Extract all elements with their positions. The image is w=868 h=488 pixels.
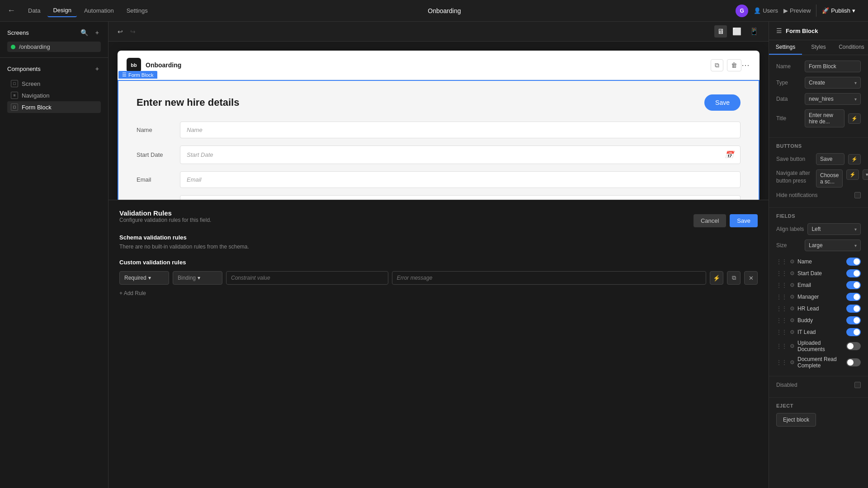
add-rule-button[interactable]: + Add Rule xyxy=(119,290,146,296)
drag-handle-manager[interactable]: ⋮⋮ xyxy=(776,294,787,300)
preview-button[interactable]: ▶ Preview xyxy=(783,7,811,14)
more-options-icon[interactable]: ⋯ xyxy=(741,60,750,70)
tab-styles[interactable]: Styles xyxy=(802,40,835,55)
save-btn-lightning-button[interactable]: ⚡ xyxy=(848,154,861,164)
field-input-name[interactable]: Name xyxy=(180,122,741,138)
toggle-startdate[interactable] xyxy=(846,269,861,277)
screen-comp-icon: □ xyxy=(11,80,18,87)
user-avatar: G xyxy=(736,5,748,17)
drag-handle-uploadeddocs[interactable]: ⋮⋮ xyxy=(776,343,787,349)
field-input-email[interactable]: Email xyxy=(180,171,741,188)
drag-handle-name[interactable]: ⋮⋮ xyxy=(776,258,787,265)
redo-button[interactable]: ↪ xyxy=(128,26,137,37)
navigate-lightning-button[interactable]: ⚡ xyxy=(846,169,859,180)
form-block-label: ☰ Form Block xyxy=(118,71,157,79)
gear-icon-itlead[interactable]: ⚙ xyxy=(790,329,795,335)
rule-binding-select[interactable]: Binding ▾ xyxy=(173,271,222,285)
validation-header-left: Validation Rules Configure validation ru… xyxy=(119,209,211,232)
delete-rule-button[interactable]: ✕ xyxy=(744,271,758,285)
users-button[interactable]: 👤 Users xyxy=(754,7,778,14)
hide-notif-checkbox[interactable] xyxy=(854,192,861,198)
component-item-screen[interactable]: □ Screen xyxy=(7,78,101,89)
cancel-button[interactable]: Cancel xyxy=(693,214,726,227)
field-row-startdate: ⋮⋮ ⚙ Start Date xyxy=(776,267,861,279)
lightning-rule-button[interactable]: ⚡ xyxy=(710,271,723,285)
title-value[interactable]: Enter new hire de... xyxy=(805,109,844,127)
rule-type-select[interactable]: Required ▾ xyxy=(119,271,169,285)
add-screen-button[interactable]: + xyxy=(94,27,101,38)
gear-icon-hrlead[interactable]: ⚙ xyxy=(790,305,795,312)
field-input-manager[interactable]: Manager xyxy=(180,195,741,200)
view-toggle: 🖥 ⬜ 📱 xyxy=(714,25,761,38)
data-select[interactable]: new_hires ▾ xyxy=(805,93,861,105)
drag-handle-email[interactable]: ⋮⋮ xyxy=(776,282,787,288)
toggle-itlead[interactable] xyxy=(846,328,861,336)
publish-icon: 🚀 xyxy=(822,7,829,14)
screen-item-onboarding[interactable]: /onboarding xyxy=(7,42,101,52)
mobile-view-button[interactable]: 📱 xyxy=(747,25,761,38)
gear-icon-email[interactable]: ⚙ xyxy=(790,282,795,288)
toggle-manager[interactable] xyxy=(846,293,861,301)
screens-section: Screens 🔍 + /onboarding xyxy=(0,22,108,58)
eject-block-button[interactable]: Eject block xyxy=(776,413,816,427)
navigate-select[interactable]: Choose a sc... xyxy=(816,169,843,188)
component-item-navigation[interactable]: ≡ Navigation xyxy=(7,89,101,101)
field-input-startdate[interactable]: Start Date 📅 xyxy=(180,145,741,164)
type-label: Type xyxy=(776,80,801,86)
toggle-docread[interactable] xyxy=(846,358,861,366)
tablet-view-button[interactable]: ⬜ xyxy=(730,25,744,38)
navigate-chevron-button[interactable]: ▾ xyxy=(863,169,868,180)
toggle-uploadeddocs[interactable] xyxy=(846,342,861,350)
gear-icon-name[interactable]: ⚙ xyxy=(790,258,795,265)
frame-header: bb Onboarding ⧉ 🗑 ⋯ xyxy=(118,51,760,80)
tab-settings[interactable]: Settings xyxy=(769,40,802,55)
gear-icon-buddy[interactable]: ⚙ xyxy=(790,317,795,324)
duplicate-frame-button[interactable]: ⧉ xyxy=(711,59,723,71)
drag-handle-itlead[interactable]: ⋮⋮ xyxy=(776,329,787,335)
toggle-hrlead[interactable] xyxy=(846,305,861,313)
gear-icon-docread[interactable]: ⚙ xyxy=(790,359,795,366)
form-field-manager: Manager Manager xyxy=(137,195,741,200)
bb-logo: bb xyxy=(127,58,141,72)
tab-settings[interactable]: Settings xyxy=(121,4,153,17)
error-message-input[interactable] xyxy=(392,271,706,285)
undo-button[interactable]: ↩ xyxy=(116,26,125,37)
align-labels-select[interactable]: Left ▾ xyxy=(807,223,861,235)
tab-automation[interactable]: Automation xyxy=(79,4,119,17)
tab-design[interactable]: Design xyxy=(47,4,76,17)
field-name-startdate: Start Date xyxy=(797,270,844,277)
drag-handle-buddy[interactable]: ⋮⋮ xyxy=(776,317,787,324)
field-name-buddy: Buddy xyxy=(797,317,844,324)
toggle-buddy[interactable] xyxy=(846,316,861,324)
gear-icon-manager[interactable]: ⚙ xyxy=(790,294,795,300)
tab-conditions[interactable]: Conditions xyxy=(835,40,868,55)
toggle-email[interactable] xyxy=(846,281,861,289)
search-button[interactable]: 🔍 xyxy=(79,27,90,38)
size-select[interactable]: Large ▾ xyxy=(805,239,861,251)
desktop-view-button[interactable]: 🖥 xyxy=(714,25,727,38)
canvas-save-button[interactable]: Save xyxy=(704,94,741,111)
constraint-input[interactable] xyxy=(226,271,388,285)
title-lightning-button[interactable]: ⚡ xyxy=(848,113,861,124)
tab-data[interactable]: Data xyxy=(23,4,46,17)
drag-handle-hrlead[interactable]: ⋮⋮ xyxy=(776,305,787,312)
delete-frame-button[interactable]: 🗑 xyxy=(727,59,741,71)
gear-icon-uploadeddocs[interactable]: ⚙ xyxy=(790,343,795,349)
drag-handle-startdate[interactable]: ⋮⋮ xyxy=(776,270,787,277)
gear-icon-startdate[interactable]: ⚙ xyxy=(790,270,795,277)
save-rules-button[interactable]: Save xyxy=(730,214,758,227)
publish-button[interactable]: 🚀 Publish ▾ xyxy=(816,5,861,17)
type-select[interactable]: Create ▾ xyxy=(805,77,861,89)
drag-handle-docread[interactable]: ⋮⋮ xyxy=(776,359,787,366)
size-row: Size Large ▾ xyxy=(776,239,861,251)
toggle-name[interactable] xyxy=(846,258,861,266)
name-value[interactable]: Form Block xyxy=(805,61,861,72)
save-btn-value[interactable]: Save xyxy=(816,153,844,165)
screens-label: Screens xyxy=(7,29,29,36)
copy-rule-button[interactable]: ⧉ xyxy=(727,271,741,285)
comp-nav-label: Navigation xyxy=(22,92,49,99)
disabled-checkbox[interactable] xyxy=(854,382,861,388)
back-button[interactable]: ← xyxy=(7,6,15,15)
component-item-formblock[interactable]: □ Form Block xyxy=(7,101,101,113)
add-component-button[interactable]: + xyxy=(94,63,101,74)
